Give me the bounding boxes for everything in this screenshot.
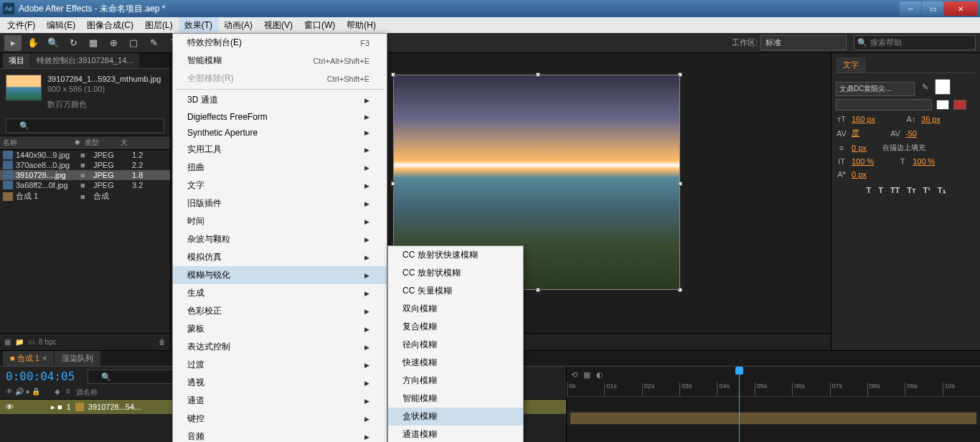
menu-item[interactable]: 蒙板▶ bbox=[173, 320, 387, 338]
kerning[interactable]: 度 bbox=[852, 128, 859, 138]
workspace-selector[interactable]: 标准 bbox=[760, 35, 847, 50]
menu-item[interactable]: 方向模糊 bbox=[388, 372, 523, 390]
menu-item[interactable]: 智能模糊Ctrl+Alt+Shift+E bbox=[173, 52, 387, 70]
timeline-search[interactable] bbox=[88, 370, 174, 384]
pen-tool[interactable]: ✎ bbox=[145, 35, 162, 51]
motion-blur-icon[interactable]: ◐ bbox=[596, 370, 603, 380]
menu-item[interactable]: 盒状模糊 bbox=[388, 408, 523, 425]
menu-item[interactable]: 键控▶ bbox=[173, 410, 387, 428]
shape-tool[interactable]: ▢ bbox=[125, 35, 142, 51]
menu-item[interactable]: 实用工具▶ bbox=[173, 141, 387, 159]
hand-tool[interactable]: ✋ bbox=[24, 35, 42, 51]
rotate-tool[interactable]: ↻ bbox=[65, 35, 82, 51]
font-style-selector[interactable] bbox=[836, 99, 932, 110]
eyedropper-icon[interactable]: ✎ bbox=[919, 83, 930, 92]
pan-behind-tool[interactable]: ⊕ bbox=[105, 35, 122, 51]
text-style-btn[interactable]: Tт bbox=[907, 186, 915, 195]
menu-item[interactable]: CC 放射状快速模糊 bbox=[388, 246, 523, 264]
layer-track[interactable] bbox=[567, 411, 980, 425]
menu-图像合成C[interactable]: 图像合成(C) bbox=[81, 17, 139, 34]
text-style-btn[interactable]: T bbox=[866, 186, 871, 195]
close-button[interactable]: ✕ bbox=[944, 1, 977, 16]
layer-clip[interactable] bbox=[570, 413, 976, 424]
menu-item[interactable]: Synthetic Aperture▶ bbox=[173, 125, 387, 141]
menu-item[interactable]: 3D 通道▶ bbox=[173, 91, 387, 109]
menu-item[interactable]: 生成▶ bbox=[173, 284, 387, 302]
menu-编辑E[interactable]: 编辑(E) bbox=[41, 17, 81, 34]
col-type[interactable]: 类型 bbox=[85, 138, 121, 148]
folder-icon[interactable]: 📁 bbox=[15, 338, 24, 346]
menu-item[interactable]: 快速模糊 bbox=[388, 354, 523, 372]
project-item[interactable]: 3910728....jpg■JPEG1.8 bbox=[0, 170, 170, 180]
menu-item[interactable]: 音频▶ bbox=[173, 428, 387, 442]
tracking[interactable]: -50 bbox=[905, 129, 917, 138]
current-timecode[interactable]: 0:00:04:05 bbox=[0, 367, 80, 386]
menu-item[interactable]: 模糊与锐化▶ bbox=[173, 266, 387, 284]
timeline-tracks[interactable]: ⟲ ▦ ◐ 0s01s02s03s04s05s06s07s08s09s10s bbox=[567, 367, 980, 442]
zoom-tool[interactable]: 🔍 bbox=[44, 35, 62, 51]
menu-图层L[interactable]: 图层(L) bbox=[139, 17, 179, 34]
menu-item[interactable]: 双向模糊 bbox=[388, 300, 523, 318]
selection-tool[interactable]: ▸ bbox=[4, 35, 22, 51]
text-style-btn[interactable]: TT bbox=[890, 186, 900, 195]
playhead[interactable] bbox=[739, 367, 740, 442]
menu-item[interactable]: Digieffects FreeForm▶ bbox=[173, 109, 387, 125]
font-selector[interactable]: 文鼎DC黄阳尖... bbox=[836, 82, 915, 96]
tab-effect-controls[interactable]: 特效控制台:39107284_14... bbox=[31, 53, 139, 68]
menu-item[interactable]: 智能模糊 bbox=[388, 390, 523, 408]
project-item[interactable]: 370ace8...0.jpg■JPEG2.2 bbox=[0, 160, 170, 170]
menu-item[interactable]: 模拟仿真▶ bbox=[173, 248, 387, 266]
menu-item[interactable]: CC 矢量模糊 bbox=[388, 282, 523, 300]
eye-icon[interactable]: 👁 bbox=[6, 403, 14, 411]
menu-文件F[interactable]: 文件(F) bbox=[1, 17, 41, 34]
menu-item[interactable]: 文字▶ bbox=[173, 177, 387, 194]
menu-视图V[interactable]: 视图(V) bbox=[258, 17, 298, 34]
tab-render-queue[interactable]: 渲染队列 bbox=[55, 351, 100, 366]
project-search[interactable] bbox=[6, 118, 164, 133]
camera-tool[interactable]: ▦ bbox=[85, 35, 102, 51]
col-name[interactable]: 名称 bbox=[3, 138, 75, 148]
menu-item[interactable]: 通道▶ bbox=[173, 392, 387, 410]
shy-icon[interactable]: ⟲ bbox=[571, 370, 578, 380]
text-style-btn[interactable]: T₁ bbox=[938, 186, 946, 195]
menu-动画A[interactable]: 动画(A) bbox=[218, 17, 258, 34]
hscale[interactable]: 100 % bbox=[913, 157, 935, 166]
menu-item[interactable]: 透视▶ bbox=[173, 374, 387, 392]
interpret-icon[interactable]: ▦ bbox=[4, 338, 11, 346]
help-search[interactable]: 🔍 搜索帮助 bbox=[854, 35, 976, 50]
menu-item[interactable]: 旧版插件▶ bbox=[173, 194, 387, 212]
maximize-button[interactable]: ▭ bbox=[922, 1, 943, 16]
menu-item[interactable]: 时间▶ bbox=[173, 212, 387, 230]
tab-text[interactable]: 文字 bbox=[836, 57, 866, 72]
menu-item[interactable]: CC 放射状模糊 bbox=[388, 264, 523, 282]
menu-item[interactable]: 杂波与颗粒▶ bbox=[173, 230, 387, 248]
stroke-color2[interactable] bbox=[953, 100, 966, 110]
fill-over-stroke[interactable]: 在描边上填充 bbox=[882, 143, 925, 153]
menu-item[interactable]: 过渡▶ bbox=[173, 356, 387, 374]
menu-item[interactable]: 色彩校正▶ bbox=[173, 302, 387, 320]
trash-icon[interactable]: 🗑 bbox=[159, 338, 166, 346]
menu-item[interactable]: 径向模糊 bbox=[388, 336, 523, 354]
menu-item[interactable]: 复合模糊 bbox=[388, 318, 523, 336]
project-item[interactable]: 1440x90...9.jpg■JPEG1.2 bbox=[0, 150, 170, 160]
menu-item[interactable]: 扭曲▶ bbox=[173, 159, 387, 177]
menu-item[interactable]: 特效控制台(E)F3 bbox=[173, 34, 387, 52]
baseline[interactable]: 0 px bbox=[852, 170, 867, 179]
stroke-width[interactable]: 0 px bbox=[852, 144, 867, 152]
minimize-button[interactable]: ─ bbox=[900, 1, 921, 16]
menu-帮助H[interactable]: 帮助(H) bbox=[341, 17, 382, 34]
col-size[interactable]: 大 bbox=[121, 138, 149, 148]
font-size[interactable]: 160 px bbox=[852, 115, 875, 123]
tab-project[interactable]: 项目 bbox=[3, 53, 30, 68]
fill-color[interactable] bbox=[935, 79, 951, 95]
project-item[interactable]: 3a68ff2...0f.jpg■JPEG3.2 bbox=[0, 180, 170, 190]
frame-blend-icon[interactable]: ▦ bbox=[583, 370, 590, 380]
stroke-color[interactable] bbox=[936, 100, 949, 110]
vscale[interactable]: 100 % bbox=[852, 157, 874, 166]
menu-窗口W[interactable]: 窗口(W) bbox=[298, 17, 341, 34]
time-ruler[interactable]: 0s01s02s03s04s05s06s07s08s09s10s bbox=[567, 382, 980, 397]
comp-icon[interactable]: ▭ bbox=[28, 338, 34, 346]
text-style-btn[interactable]: T bbox=[878, 186, 883, 195]
menu-item[interactable]: 通道模糊 bbox=[388, 425, 523, 442]
project-item[interactable]: 合成 1■合成 bbox=[0, 190, 170, 202]
